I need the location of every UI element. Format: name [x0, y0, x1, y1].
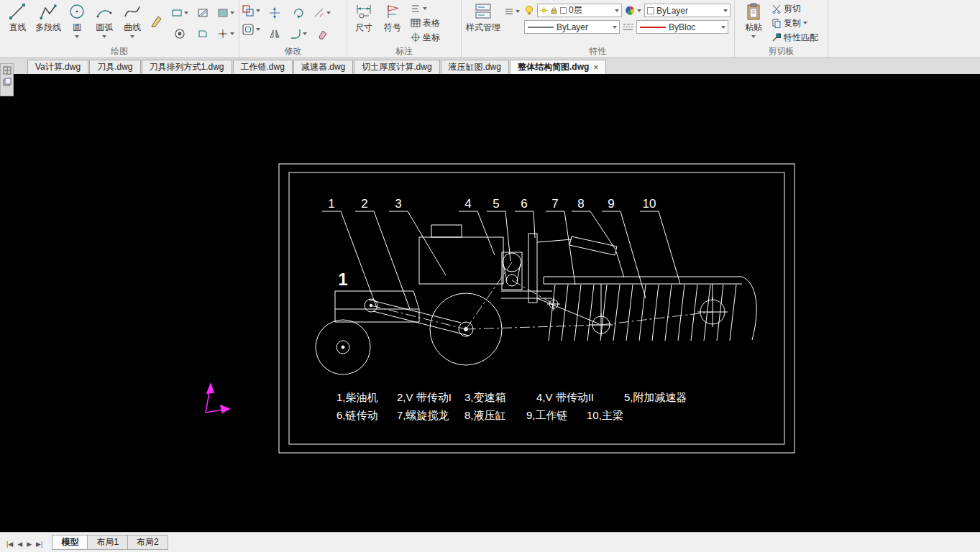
- linetype-preview-icon: [527, 24, 554, 30]
- trim-button[interactable]: [311, 3, 333, 22]
- polyline-button[interactable]: 多段线: [33, 1, 64, 44]
- cut-button[interactable]: 剪切: [771, 2, 818, 15]
- doc-tab-label: 切土厚度计算.dwg: [362, 61, 431, 73]
- color-wheel-button[interactable]: [625, 4, 641, 17]
- fillet-dropdown-arrow-icon[interactable]: [303, 32, 307, 35]
- linetype-dropdown-arrow-icon[interactable]: [613, 26, 617, 29]
- side-tool-layers-icon[interactable]: [3, 78, 12, 86]
- match-properties-button[interactable]: 特性匹配: [771, 31, 818, 44]
- dimension-button[interactable]: 尺寸: [349, 1, 378, 44]
- match-properties-label: 特性匹配: [784, 32, 818, 44]
- modify-mini-grid: [263, 3, 333, 43]
- offset-dropdown-arrow-icon[interactable]: [256, 28, 260, 31]
- layer-name: 0层: [569, 4, 582, 17]
- offset-button[interactable]: [242, 23, 260, 36]
- rotate-button[interactable]: [287, 3, 309, 22]
- lineweight-value: ByBloc: [669, 22, 695, 32]
- layer-select[interactable]: 0层: [537, 4, 622, 17]
- point-button[interactable]: [215, 24, 237, 43]
- doc-tab[interactable]: 液压缸图.dwg: [441, 60, 509, 74]
- spline-button[interactable]: 曲线: [119, 1, 147, 44]
- gradient-dropdown-arrow-icon[interactable]: [230, 12, 234, 14]
- symbol-button[interactable]: 符号: [378, 1, 407, 44]
- doc-tab[interactable]: 切土厚度计算.dwg: [354, 60, 439, 74]
- color-wheel-dropdown-arrow-icon[interactable]: [637, 9, 641, 12]
- doc-tab-label: 工作链.dwg: [241, 61, 285, 73]
- coordinate-button[interactable]: 坐标: [411, 31, 440, 44]
- layout-tab[interactable]: 布局1: [87, 535, 128, 550]
- line-button[interactable]: 直线: [2, 1, 33, 44]
- bulb-icon: [524, 5, 534, 16]
- coordinate-button-label: 坐标: [423, 32, 440, 44]
- rectangle-dropdown-arrow-icon[interactable]: [184, 12, 188, 14]
- layout-nav-cluster: |◀◀▶▶|: [4, 536, 45, 549]
- rectangle-button[interactable]: [169, 3, 191, 22]
- layout-nav-button[interactable]: ▶|: [34, 539, 45, 549]
- side-tool-grid-icon[interactable]: [3, 66, 12, 75]
- part-number-label: 3: [395, 197, 401, 211]
- array-button[interactable]: [242, 4, 260, 17]
- hatch-button[interactable]: [192, 3, 214, 22]
- paste-dropdown-arrow-icon[interactable]: [751, 35, 756, 38]
- spline-icon: [123, 2, 142, 21]
- doc-tab[interactable]: Va计算.dwg: [27, 60, 88, 74]
- cut-icon: [771, 4, 782, 14]
- symbol-icon: [383, 2, 402, 21]
- menu-lines-icon: [504, 6, 514, 17]
- copy-dropdown-arrow-icon[interactable]: [803, 22, 807, 24]
- layout-tab[interactable]: 模型: [52, 535, 88, 550]
- layout-tabs: 模型布局1布局2: [52, 535, 167, 550]
- region-button[interactable]: [192, 24, 214, 43]
- layout-tab[interactable]: 布局2: [127, 535, 168, 550]
- panel-menu-dropdown-arrow-icon[interactable]: [516, 10, 520, 13]
- layout-nav-button[interactable]: |◀: [4, 539, 15, 549]
- circle-button[interactable]: 圆: [64, 1, 91, 44]
- panel-label-clipboard: 剪切板: [735, 46, 828, 57]
- donut-icon: [174, 28, 186, 40]
- layer-dropdown-arrow-icon[interactable]: [615, 9, 619, 12]
- text-style-button[interactable]: [411, 2, 440, 15]
- trim-dropdown-arrow-icon[interactable]: [326, 12, 331, 14]
- lineweight-select[interactable]: ByBloc: [636, 20, 728, 34]
- panel-menu-button[interactable]: [504, 4, 520, 19]
- tab-close-icon[interactable]: ×: [593, 63, 598, 73]
- array-icon: [242, 4, 255, 17]
- doc-tab[interactable]: 刀具.dwg: [89, 60, 140, 74]
- array-dropdown-arrow-icon[interactable]: [256, 9, 260, 12]
- part-number-label: 1: [328, 197, 334, 211]
- layout-nav-button[interactable]: ◀: [15, 539, 24, 549]
- doc-tab[interactable]: 工作链.dwg: [233, 60, 293, 74]
- arc-dropdown-arrow-icon[interactable]: [102, 35, 106, 38]
- doc-tab[interactable]: 整体结构简图.dwg×: [510, 60, 606, 74]
- text-style-dropdown-arrow-icon[interactable]: [423, 7, 427, 10]
- panel-draw: 直线 多段线 圆: [0, 0, 239, 58]
- mirror-button[interactable]: [263, 24, 285, 43]
- legend-item: 3,变速箱: [464, 391, 506, 403]
- paste-button[interactable]: 粘贴: [737, 1, 770, 44]
- gradient-button[interactable]: [215, 3, 237, 22]
- lineweight-dropdown-arrow-icon[interactable]: [721, 26, 725, 29]
- sketch-button[interactable]: [148, 1, 166, 41]
- doc-tab[interactable]: 刀具排列方式1.dwg: [142, 60, 232, 74]
- doc-tab[interactable]: 减速器.dwg: [293, 60, 353, 74]
- rotate-icon: [293, 7, 304, 19]
- copy-button[interactable]: 复制: [771, 17, 818, 29]
- color-select[interactable]: ByLayer: [644, 4, 731, 17]
- spline-dropdown-arrow-icon[interactable]: [130, 35, 134, 38]
- panel-label-modify: 修改: [239, 46, 347, 57]
- arc-button[interactable]: 圆弧: [91, 1, 119, 44]
- circle-dropdown-arrow-icon[interactable]: [75, 35, 79, 38]
- table-button[interactable]: 表格: [411, 17, 440, 29]
- drawing-canvas[interactable]: 1 12345678910 1,柴油机2,V 带传动I3,变速箱4,V 带传动I…: [0, 74, 980, 532]
- part-number-label: 6: [521, 197, 527, 211]
- donut-button[interactable]: [169, 24, 191, 43]
- linetype-select[interactable]: ByLayer: [524, 20, 620, 34]
- color-dropdown-arrow-icon[interactable]: [723, 9, 728, 12]
- style-manager-button[interactable]: 样式管理: [464, 1, 503, 44]
- layout-nav-button[interactable]: ▶: [24, 539, 34, 549]
- erase-button[interactable]: [311, 24, 333, 43]
- move-button[interactable]: [263, 3, 285, 22]
- fillet-button[interactable]: [287, 24, 309, 43]
- point-dropdown-arrow-icon[interactable]: [230, 32, 234, 35]
- linetype-manager-icon: [623, 22, 633, 32]
